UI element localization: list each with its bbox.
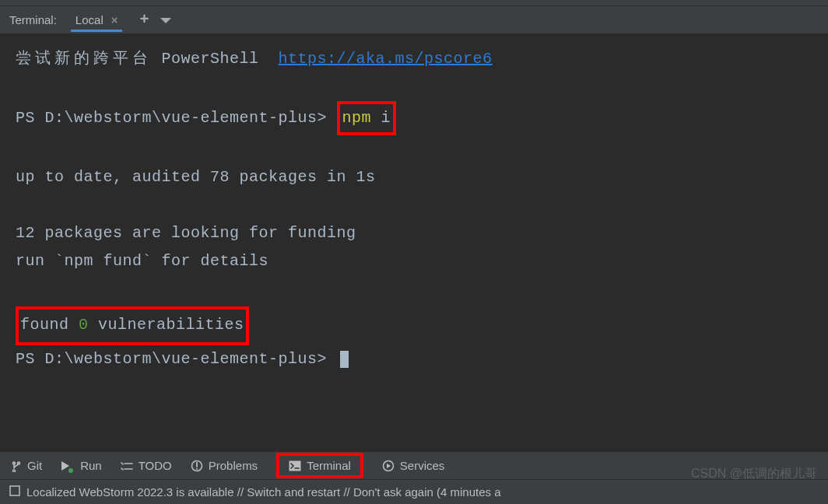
tool-git[interactable]: Git [11, 459, 42, 472]
output-funding-1: 12 packages are looking for funding [16, 219, 812, 247]
vuln-suffix: vulnerabilities [89, 316, 244, 334]
hint-cjk: 尝试新的跨平台 [16, 50, 152, 68]
hint-app: PowerShell [162, 50, 259, 68]
tool-todo[interactable]: TODO [121, 459, 172, 472]
tool-git-label: Git [27, 459, 42, 472]
add-tab-icon[interactable]: + [139, 11, 149, 29]
git-branch-icon [11, 460, 22, 472]
terminal-panel-header: Terminal: Local × + [0, 6, 828, 34]
tool-run-label: Run [80, 459, 102, 472]
powershell-hint-line: 尝试新的跨平台 PowerShell https://aka.ms/pscore… [16, 45, 812, 73]
terminal-output[interactable]: 尝试新的跨平台 PowerShell https://aka.ms/pscore… [0, 34, 828, 384]
prompt-prefix: PS D:\webstorm\vue-element-plus> [16, 109, 337, 127]
tool-services-label: Services [400, 459, 445, 472]
highlight-vulnerabilities: found 0 vulnerabilities [16, 306, 249, 345]
close-icon[interactable]: × [111, 13, 118, 26]
tool-run[interactable]: Run [61, 459, 102, 472]
todo-icon [121, 460, 133, 471]
chevron-down-icon[interactable] [160, 14, 171, 26]
status-text[interactable]: Localized WebStorm 2022.3 is available /… [26, 485, 501, 499]
problems-icon [191, 460, 203, 472]
panel-title: Terminal: [9, 13, 57, 26]
vuln-prefix: found [20, 316, 79, 334]
powershell-link[interactable]: https://aka.ms/pscore6 [279, 50, 493, 68]
prompt-line-2: PS D:\webstorm\vue-element-plus> [16, 345, 812, 373]
prompt-2: PS D:\webstorm\vue-element-plus> [16, 350, 337, 368]
watermark: CSDN @低调的根儿哥 [691, 466, 817, 482]
svg-point-1 [196, 468, 198, 470]
tab-local[interactable]: Local × [71, 9, 123, 32]
svg-rect-2 [289, 460, 301, 471]
highlight-npm-command: npm i [337, 101, 397, 135]
tool-services[interactable]: Services [382, 459, 445, 472]
tool-problems[interactable]: Problems [191, 459, 258, 472]
tool-problems-label: Problems [209, 459, 258, 472]
output-funding-2: run `npm fund` for details [16, 247, 812, 275]
cmd-npm: npm [342, 109, 372, 127]
tool-terminal[interactable]: Terminal [276, 453, 363, 478]
terminal-icon [289, 460, 301, 471]
cmd-arg: i [381, 109, 391, 127]
services-icon [382, 460, 395, 472]
tab-local-label: Local [75, 13, 104, 26]
svg-rect-4 [10, 486, 19, 495]
play-icon [61, 460, 75, 471]
cursor [340, 351, 349, 368]
tool-todo-label: TODO [139, 459, 172, 472]
vuln-count: 0 [79, 316, 89, 334]
status-bar: Localized WebStorm 2022.3 is available /… [0, 479, 828, 504]
tool-terminal-label: Terminal [307, 459, 351, 472]
output-uptodate: up to date, audited 78 packages in 1s [16, 163, 812, 191]
editor-tab-remnant [0, 0, 828, 6]
prompt-line-1: PS D:\webstorm\vue-element-plus> npm i [16, 101, 812, 135]
status-notification-icon[interactable] [9, 485, 20, 499]
